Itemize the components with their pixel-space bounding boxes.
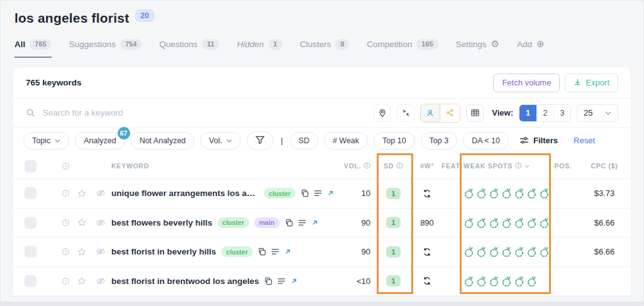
history-icon[interactable] xyxy=(62,277,70,285)
eye-off-icon[interactable] xyxy=(96,189,106,197)
tab-suggestions[interactable]: Suggestions754 xyxy=(69,39,142,50)
copy-icon[interactable] xyxy=(301,189,309,197)
sliders-icon xyxy=(519,136,529,145)
row-checkbox[interactable] xyxy=(25,246,36,258)
copy-icon[interactable] xyxy=(258,248,266,256)
refresh-icon[interactable] xyxy=(423,248,431,256)
row-checkbox[interactable] xyxy=(25,187,36,199)
weak-spot-fruit-icon[interactable] xyxy=(514,275,525,287)
weak-spot-fruit-icon[interactable] xyxy=(501,246,513,258)
weak-spot-fruit-icon[interactable] xyxy=(539,246,550,258)
col-keyword[interactable]: Keyword xyxy=(111,162,149,170)
filter-chip-vol[interactable]: Vol. xyxy=(200,132,241,150)
open-external-icon[interactable] xyxy=(311,219,318,226)
eye-off-icon[interactable] xyxy=(96,219,106,227)
view-option-3[interactable]: 3 xyxy=(553,105,570,121)
tab-competition[interactable]: Competition165 xyxy=(367,39,438,50)
tab-all[interactable]: All765 xyxy=(14,39,52,50)
weak-spot-fruit-icon[interactable] xyxy=(501,217,513,229)
weak-spot-fruit-icon[interactable] xyxy=(464,187,475,199)
col-pos[interactable]: Pos. xyxy=(554,162,572,170)
col-vol[interactable]: Vol.ⓘ xyxy=(344,161,370,170)
weak-spot-fruit-icon[interactable] xyxy=(526,246,538,258)
tab-questions[interactable]: Questions11 xyxy=(159,39,219,50)
tab-clusters[interactable]: Clusters8 xyxy=(300,39,350,50)
weak-spot-fruit-icon[interactable] xyxy=(489,217,500,229)
star-icon[interactable] xyxy=(77,218,86,227)
filter-chip-sd[interactable]: SD xyxy=(290,132,318,150)
tab-settings[interactable]: Settings⚙ xyxy=(456,38,499,50)
eye-off-icon[interactable] xyxy=(96,248,106,256)
weak-spot-fruit-icon[interactable] xyxy=(501,275,513,287)
filter-chip-top10[interactable]: Top 10 xyxy=(374,132,415,150)
page-size-select[interactable]: 25 xyxy=(577,104,618,122)
weak-spot-fruit-icon[interactable] xyxy=(464,275,475,287)
star-icon[interactable] xyxy=(77,276,86,285)
weak-spot-fruit-icon[interactable] xyxy=(501,187,513,199)
weak-spot-fruit-icon[interactable] xyxy=(514,217,525,229)
filter-chip-da[interactable]: DA < 10 xyxy=(463,132,509,150)
open-external-icon[interactable] xyxy=(284,248,291,255)
table-layout-icon[interactable] xyxy=(466,104,484,122)
serp-list-icon[interactable] xyxy=(271,248,279,255)
view-option-2[interactable]: 2 xyxy=(536,105,553,121)
weak-spot-fruit-icon[interactable] xyxy=(476,275,487,287)
weak-spot-fruit-icon[interactable] xyxy=(514,246,525,258)
weak-spot-fruit-icon[interactable] xyxy=(539,187,550,199)
weak-spot-fruit-icon[interactable] xyxy=(514,187,525,199)
col-w3[interactable]: #W³ xyxy=(420,162,433,170)
history-icon[interactable] xyxy=(62,248,70,256)
copy-icon[interactable] xyxy=(285,219,293,227)
collapse-icon[interactable] xyxy=(397,104,414,122)
people-view-icon[interactable] xyxy=(421,104,440,122)
export-button[interactable]: Export xyxy=(565,74,618,92)
filter-chip-weak[interactable]: # Weak xyxy=(324,132,368,150)
serp-list-icon[interactable] xyxy=(314,190,322,197)
history-icon[interactable] xyxy=(62,219,70,227)
col-cpc[interactable]: CPC ($) xyxy=(591,162,618,170)
copy-icon[interactable] xyxy=(264,277,272,285)
filter-chip-top3[interactable]: Top 3 xyxy=(421,132,458,150)
serp-list-icon[interactable] xyxy=(277,278,286,285)
weak-spot-fruit-icon[interactable] xyxy=(526,187,538,199)
search-input[interactable] xyxy=(43,108,366,117)
eye-off-icon[interactable] xyxy=(96,277,106,285)
weak-spot-fruit-icon[interactable] xyxy=(476,217,487,229)
filter-chip-not-analyzed[interactable]: Not Analyzed xyxy=(131,132,195,150)
col-feat[interactable]: Feat. xyxy=(441,162,462,170)
fetch-volume-button[interactable]: Fetch volume xyxy=(493,74,560,92)
open-external-icon[interactable] xyxy=(327,190,334,197)
weak-spot-fruit-icon[interactable] xyxy=(526,217,538,229)
weak-spot-fruit-icon[interactable] xyxy=(464,246,475,258)
weak-spot-fruit-icon[interactable] xyxy=(526,275,538,287)
open-external-icon[interactable] xyxy=(291,278,297,285)
weak-spot-fruit-icon[interactable] xyxy=(476,246,487,258)
row-checkbox[interactable] xyxy=(25,275,36,287)
tab-hidden[interactable]: Hidden1 xyxy=(237,39,282,50)
refresh-icon[interactable] xyxy=(423,189,431,198)
row-checkbox[interactable] xyxy=(25,217,36,229)
share-icon[interactable] xyxy=(440,104,460,122)
col-weak-spots[interactable]: Weak Spotsⓘ xyxy=(464,161,530,170)
select-all-checkbox[interactable] xyxy=(25,160,36,172)
col-sd[interactable]: SDⓘ xyxy=(384,161,403,170)
location-pin-icon[interactable] xyxy=(374,104,391,122)
weak-spot-fruit-icon[interactable] xyxy=(489,187,500,199)
reset-link[interactable]: Reset xyxy=(574,136,595,145)
filter-chip-funnel[interactable] xyxy=(247,131,274,150)
filter-chip-analyzed[interactable]: Analyzed67 xyxy=(75,132,125,150)
weak-spot-fruit-icon[interactable] xyxy=(489,246,500,258)
weak-spot-fruit-icon[interactable] xyxy=(489,275,500,287)
weak-spot-fruit-icon[interactable] xyxy=(476,187,487,199)
filters-button[interactable]: Filters xyxy=(519,136,558,145)
filter-chip-topic[interactable]: Topic xyxy=(23,132,69,150)
weak-spot-fruit-icon[interactable] xyxy=(464,217,475,229)
star-icon[interactable] xyxy=(77,248,86,256)
weak-spot-fruit-icon[interactable] xyxy=(539,217,550,229)
serp-list-icon[interactable] xyxy=(298,219,306,226)
tab-add[interactable]: Add⊕ xyxy=(517,38,545,50)
view-option-1[interactable]: 1 xyxy=(519,105,536,121)
history-icon[interactable] xyxy=(62,189,70,197)
refresh-icon[interactable] xyxy=(423,276,431,285)
star-icon[interactable] xyxy=(77,189,86,198)
